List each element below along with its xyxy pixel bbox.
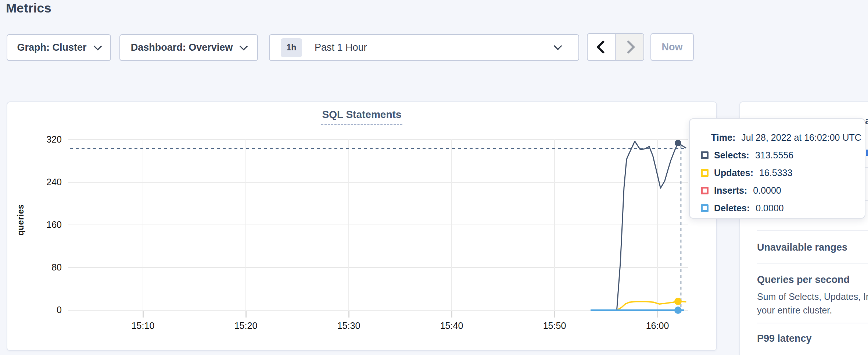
sidebar-section-title: Queries per second — [757, 274, 868, 286]
metrics-page: { "page": { "title": "Metrics" }, "toolb… — [0, 0, 868, 355]
chevron-down-icon — [93, 42, 102, 50]
tooltip-series-value: 16.5333 — [759, 168, 792, 178]
series-swatch-icon — [701, 187, 709, 194]
chevron-down-icon — [554, 42, 562, 50]
sidebar-clipped-link-fragment — [866, 150, 868, 156]
dashboard-dropdown-label: Dashboard: Overview — [131, 42, 233, 53]
time-step-controls — [587, 33, 644, 61]
chart-title[interactable]: SQL Statements — [321, 109, 403, 125]
sidebar-section-description: your entire cluster. — [757, 304, 868, 317]
chevron-left-icon — [596, 40, 610, 54]
time-step-forward-button[interactable] — [615, 34, 643, 60]
series-swatch-icon — [701, 204, 709, 212]
tooltip-series-value: 313.5556 — [755, 150, 793, 161]
tooltip-series-label: Updates: — [714, 168, 753, 178]
chevron-down-icon — [240, 42, 248, 50]
tooltip-series-value: 0.0000 — [753, 185, 781, 196]
time-step-back-button[interactable] — [588, 34, 615, 60]
tooltip-time-row: Time: Jul 28, 2022 at 16:02:00 UTC — [690, 129, 865, 146]
dashboard-dropdown[interactable]: Dashboard: Overview — [119, 34, 258, 61]
y-tick-label: 240 — [35, 177, 62, 187]
x-tick-label: 16:00 — [639, 320, 676, 331]
chevron-right-icon — [621, 40, 635, 54]
tooltip-row-updates: Updates:16.5333 — [690, 164, 865, 182]
sidebar-divider — [757, 323, 868, 323]
tooltip-row-inserts: Inserts:0.0000 — [690, 182, 865, 199]
sidebar-clipped-heading-fragment: a — [865, 115, 868, 127]
sidebar-section-title: Unavailable ranges — [757, 242, 868, 253]
graph-scope-dropdown-label: Graph: Cluster — [17, 42, 86, 53]
page-title: Metrics — [6, 1, 51, 15]
graph-scope-dropdown[interactable]: Graph: Cluster — [7, 34, 111, 61]
y-tick-label: 0 — [35, 305, 62, 315]
series-swatch-icon — [701, 151, 709, 159]
y-axis-label: queries — [13, 179, 28, 260]
time-range-label: Past 1 Hour — [315, 42, 367, 53]
chart-hover-area[interactable] — [68, 136, 689, 320]
y-tick-label: 320 — [35, 134, 62, 145]
x-tick-label: 15:30 — [330, 320, 367, 331]
sidebar-divider — [757, 230, 868, 231]
chart-title-wrap: SQL Statements — [7, 109, 717, 125]
tooltip-series-label: Selects: — [714, 150, 749, 161]
time-range-badge: 1h — [281, 38, 302, 57]
tooltip-row-selects: Selects:313.5556 — [690, 146, 865, 164]
chart-hover-tooltip: Time: Jul 28, 2022 at 16:02:00 UTC Selec… — [689, 118, 865, 219]
x-tick-label: 15:10 — [125, 320, 161, 331]
x-tick-label: 15:40 — [433, 320, 470, 331]
tooltip-row-deletes: Deletes:0.0000 — [690, 199, 865, 217]
y-tick-label: 80 — [35, 262, 62, 273]
tooltip-series-rows: Selects:313.5556Updates:16.5333Inserts:0… — [690, 146, 865, 217]
tooltip-series-value: 0.0000 — [756, 203, 783, 214]
sidebar-section-description: Sum of Selects, Updates, Inserts and Del… — [757, 290, 868, 304]
x-tick-label: 15:50 — [536, 320, 573, 331]
x-tick-label: 15:20 — [227, 320, 264, 331]
tooltip-time-label: Time: — [711, 132, 735, 143]
series-swatch-icon — [701, 169, 709, 177]
time-range-picker[interactable]: 1h Past 1 Hour — [269, 34, 579, 61]
sidebar-section-title: P99 latency — [757, 333, 868, 344]
now-button[interactable]: Now — [650, 33, 694, 61]
sidebar-divider — [757, 263, 868, 264]
y-tick-label: 160 — [35, 219, 62, 230]
tooltip-time-value: Jul 28, 2022 at 16:02:00 UTC — [741, 132, 861, 143]
tooltip-series-label: Deletes: — [714, 203, 750, 214]
tooltip-series-label: Inserts: — [714, 185, 747, 196]
